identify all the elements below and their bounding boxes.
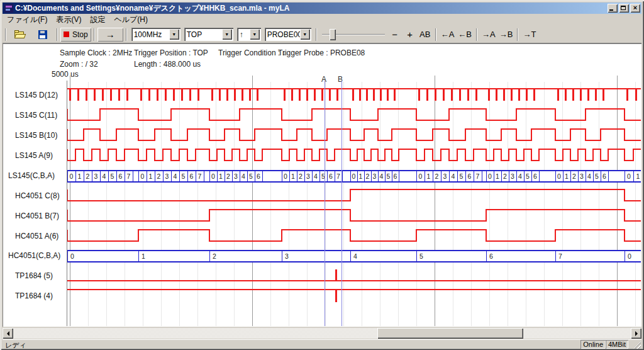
close-button[interactable]: × — [630, 4, 640, 13]
toolbar-separator — [57, 28, 58, 41]
svg-text:0: 0 — [488, 172, 492, 180]
goto-cursor-a-right-button[interactable]: →A — [480, 28, 497, 40]
trigger-probe-combo[interactable]: PROBE00 ▼ — [265, 28, 311, 41]
svg-text:1: 1 — [219, 172, 223, 180]
svg-text:4: 4 — [103, 172, 106, 180]
channel-label: HC4051(C,B,A) — [8, 251, 60, 260]
chevron-down-icon[interactable]: ▼ — [169, 29, 179, 40]
channel-label: LS145(C,B,A) — [8, 171, 55, 180]
svg-text:5: 5 — [387, 172, 391, 180]
svg-text:7: 7 — [127, 172, 131, 180]
toolbar-separator — [435, 28, 436, 41]
maximize-button[interactable] — [619, 4, 629, 13]
length-label: Length : 488.000 us — [134, 60, 201, 69]
channel-label: HC4051 C(8) — [15, 191, 60, 200]
zoom-out-button[interactable]: − — [387, 28, 402, 41]
scroll-right-button[interactable] — [631, 328, 641, 339]
run-arrow-icon: → — [101, 29, 120, 40]
scroll-left-button[interactable] — [3, 328, 13, 339]
svg-text:6: 6 — [468, 172, 472, 180]
svg-text:7: 7 — [558, 252, 562, 260]
chevron-down-icon[interactable]: ▼ — [300, 29, 310, 40]
arrow-right-icon — [635, 331, 640, 336]
channel-label: HC4051 B(7) — [15, 212, 59, 220]
scrollbar-thumb[interactable] — [377, 328, 523, 339]
trigger-probe-label: Trigger Probe : PROBE08 — [278, 48, 365, 57]
goto-cursor-b-left-button[interactable]: ←B — [456, 28, 474, 40]
status-message: レディ — [5, 341, 26, 350]
svg-text:4: 4 — [452, 172, 455, 180]
svg-text:3: 3 — [580, 172, 584, 180]
sample-rate-combo[interactable]: 100MHz ▼ — [131, 28, 180, 41]
svg-text:0: 0 — [284, 172, 287, 180]
channel-label: HC4051 A(6) — [15, 232, 58, 240]
channel-label: LS145 B(10) — [15, 131, 57, 140]
window-title: C:¥Documents and Settings¥noname¥デスクトップ¥… — [15, 3, 606, 14]
chevron-down-icon[interactable]: ▼ — [250, 29, 260, 40]
resize-grip[interactable] — [633, 341, 641, 349]
channel-label: TP1684 (4) — [15, 291, 53, 300]
svg-text:6: 6 — [119, 172, 123, 180]
svg-text:1: 1 — [427, 172, 431, 180]
svg-text:3: 3 — [94, 172, 98, 180]
svg-text:5: 5 — [460, 172, 464, 180]
svg-text:6: 6 — [533, 172, 537, 180]
svg-text:7: 7 — [198, 172, 202, 180]
svg-text:7: 7 — [336, 172, 340, 180]
svg-text:5: 5 — [111, 172, 114, 180]
svg-text:0: 0 — [628, 252, 631, 260]
trigger-edge-combo[interactable]: ↑ ▼ — [237, 28, 261, 41]
svg-text:5: 5 — [182, 172, 186, 180]
slider-thumb[interactable] — [330, 29, 336, 40]
menu-view[interactable]: 表示(V) — [52, 13, 86, 26]
waveform-plot[interactable]: 0123456701234567012345601234567012345601… — [67, 76, 641, 326]
trigger-position-value: TOP — [184, 30, 222, 39]
channel-label: LS145 C(11) — [15, 111, 57, 120]
svg-text:1: 1 — [149, 172, 153, 180]
zoom-label: Zoom : / 32 — [60, 60, 98, 69]
single-run-button[interactable]: → — [97, 28, 123, 42]
horizontal-scrollbar[interactable] — [3, 328, 641, 339]
svg-text:1: 1 — [496, 172, 499, 180]
title-bar[interactable]: C:¥Documents and Settings¥noname¥デスクトップ¥… — [3, 3, 641, 14]
minimize-icon — [609, 9, 613, 11]
svg-text:4: 4 — [380, 172, 384, 180]
save-button[interactable] — [31, 28, 54, 42]
sample-rate-value: 100MHz — [131, 30, 169, 39]
svg-text:0: 0 — [627, 172, 631, 180]
channel-label: TP1684 (5) — [15, 271, 53, 280]
open-button[interactable] — [9, 28, 31, 42]
svg-text:0: 0 — [211, 172, 215, 180]
goto-cursor-a-left-button[interactable]: ←A — [439, 28, 457, 40]
svg-text:5: 5 — [419, 252, 423, 260]
maximize-icon — [621, 6, 626, 10]
svg-text:2: 2 — [226, 172, 230, 180]
svg-text:5: 5 — [526, 172, 530, 180]
svg-text:3: 3 — [306, 172, 310, 180]
trigger-position-combo[interactable]: TOP ▼ — [184, 28, 233, 41]
toolbar: Stop → 100MHz ▼ TOP ▼ ↑ ▼ PROBE00 ▼ − + — [3, 26, 641, 43]
svg-text:6: 6 — [257, 172, 260, 180]
goto-trigger-button[interactable]: →T — [521, 28, 538, 40]
svg-text:0: 0 — [141, 172, 145, 180]
goto-cursor-b-right-button[interactable]: →B — [497, 28, 515, 40]
stop-button[interactable]: Stop — [60, 28, 91, 42]
svg-text:2: 2 — [213, 252, 216, 260]
arrow-left-icon — [4, 331, 9, 336]
close-icon: × — [630, 4, 640, 13]
menu-file[interactable]: ファイル(F) — [3, 13, 52, 26]
chevron-down-icon[interactable]: ▼ — [222, 29, 232, 40]
minimize-button[interactable] — [608, 4, 618, 13]
trigger-position-label: Trigger Position : TOP — [134, 48, 208, 57]
cursor-ab-button[interactable]: AB — [418, 28, 433, 40]
svg-text:5: 5 — [595, 172, 599, 180]
menu-help[interactable]: ヘルプ(H) — [109, 13, 152, 26]
svg-text:6: 6 — [329, 172, 333, 180]
svg-text:4: 4 — [314, 172, 318, 180]
trigger-edge-value: ↑ — [237, 30, 250, 39]
stop-icon — [64, 31, 69, 37]
zoom-slider[interactable] — [322, 28, 385, 42]
zoom-in-button[interactable]: + — [402, 28, 418, 41]
menu-settings[interactable]: 設定 — [86, 13, 109, 26]
svg-text:2: 2 — [157, 172, 161, 180]
